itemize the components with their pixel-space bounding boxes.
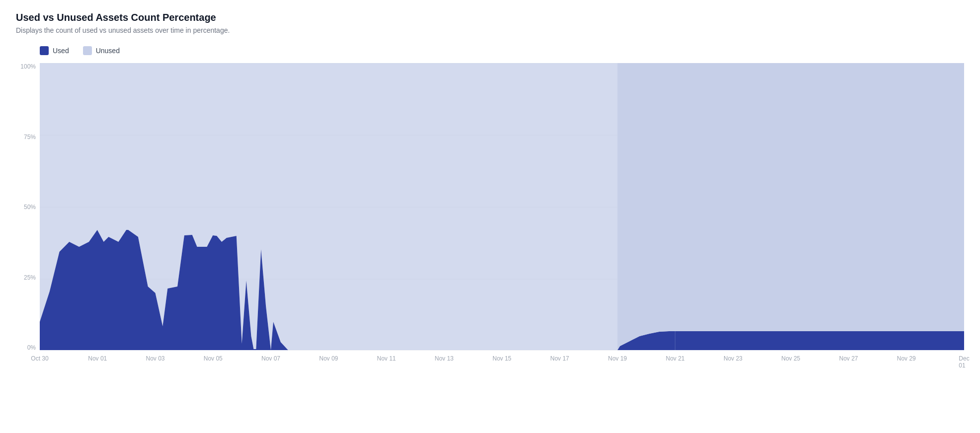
y-label-25: 25% xyxy=(24,274,36,281)
x-label-13: Nov 25 xyxy=(781,355,800,362)
x-label-1: Nov 01 xyxy=(88,355,107,362)
x-label-5: Nov 09 xyxy=(319,355,338,362)
x-label-6: Nov 11 xyxy=(377,355,396,362)
x-label-9: Nov 17 xyxy=(550,355,569,362)
y-label-75: 75% xyxy=(24,134,36,141)
x-label-3: Nov 05 xyxy=(204,355,223,362)
y-label-50: 50% xyxy=(24,204,36,211)
chart-title: Used vs Unused Assets Count Percentage xyxy=(16,12,964,23)
x-label-14: Nov 27 xyxy=(839,355,858,362)
x-label-10: Nov 19 xyxy=(608,355,627,362)
x-label-2: Nov 03 xyxy=(146,355,164,362)
x-label-12: Nov 23 xyxy=(724,355,742,362)
chart-legend: Used Unused xyxy=(16,46,964,55)
x-label-4: Nov 07 xyxy=(261,355,280,362)
x-label-16: Dec 01 xyxy=(959,355,969,369)
chart-area: 100% 75% 50% 25% 0% xyxy=(16,63,964,371)
legend-item-used: Used xyxy=(40,46,69,55)
used-label: Used xyxy=(53,47,69,55)
legend-item-unused: Unused xyxy=(83,46,120,55)
used-swatch xyxy=(40,46,49,55)
unused-label: Unused xyxy=(96,47,120,55)
unused-swatch xyxy=(83,46,92,55)
plot-area xyxy=(40,63,964,351)
chart-svg xyxy=(40,63,964,351)
y-label-0: 0% xyxy=(27,344,36,351)
x-label-11: Nov 21 xyxy=(666,355,685,362)
x-label-0: Oct 30 xyxy=(31,355,48,362)
x-label-7: Nov 13 xyxy=(435,355,454,362)
x-axis: Oct 30Nov 01Nov 03Nov 05Nov 07Nov 09Nov … xyxy=(40,351,964,371)
y-label-100: 100% xyxy=(20,63,36,70)
x-label-8: Nov 15 xyxy=(492,355,511,362)
x-label-15: Nov 29 xyxy=(897,355,916,362)
chart-container: Used vs Unused Assets Count Percentage D… xyxy=(16,12,964,371)
y-axis: 100% 75% 50% 25% 0% xyxy=(16,63,40,351)
chart-subtitle: Displays the count of used vs unused ass… xyxy=(16,26,964,34)
